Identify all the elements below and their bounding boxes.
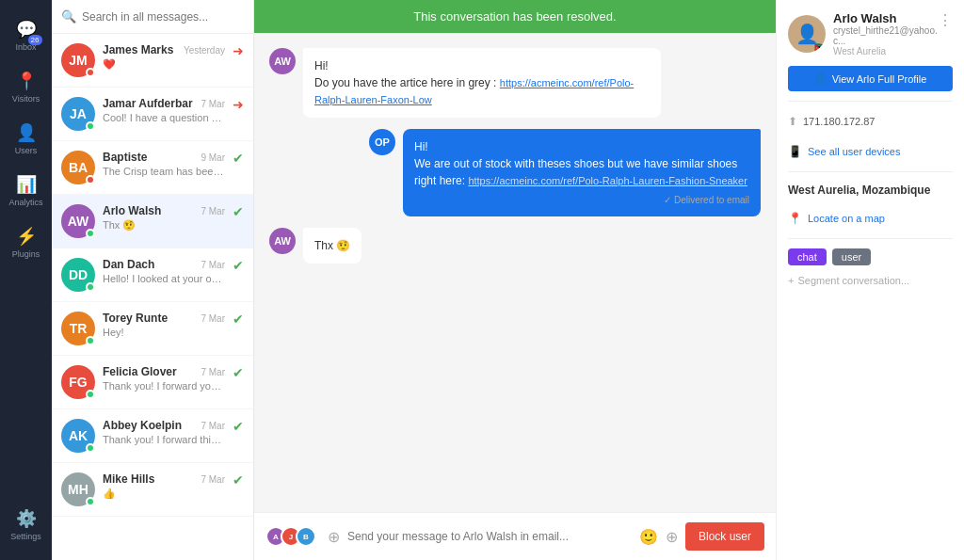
nav-label-settings: Settings xyxy=(10,532,41,541)
nav-item-users[interactable]: 👤 Users xyxy=(0,113,52,165)
avatar-status xyxy=(86,68,95,77)
check-icon: ✔ xyxy=(233,365,244,380)
check-icon: ✔ xyxy=(233,204,244,219)
conv-header: Felicia Glover 7 Mar xyxy=(103,365,225,378)
nav-label-visitors: Visitors xyxy=(12,94,40,104)
avatar: AK xyxy=(61,419,95,453)
avatar: DD xyxy=(61,258,95,292)
user-location-sub: West Aurelia xyxy=(833,46,938,56)
see-all-devices-link[interactable]: See all user devices xyxy=(808,146,900,157)
conv-date: 7 Mar xyxy=(201,206,225,216)
conv-header: Baptiste 9 Mar xyxy=(103,151,225,164)
locate-row: 📍 Locate on a map xyxy=(788,208,953,229)
user-email: crystel_hirthe21@yahoo.c... xyxy=(833,25,938,46)
conv-status-icon: ✔ xyxy=(233,204,244,219)
message-link[interactable]: https://acmeinc.com/ref/Polo-Ralph-Laure… xyxy=(468,175,747,186)
conversation-list: 🔍 JM James Marks Yesterday ❤️ ➜ JA Jamar… xyxy=(52,0,254,560)
avatar-status xyxy=(86,282,95,292)
list-item[interactable]: TR Torey Runte 7 Mar Hey! ✔ xyxy=(52,302,253,356)
devices-row: 📱 See all user devices xyxy=(788,141,953,162)
message-link[interactable]: https://acmeinc.com/ref/Polo-Ralph-Laure… xyxy=(314,77,634,105)
conv-body: Mike Hills 7 Mar 👍 xyxy=(103,472,225,500)
list-item[interactable]: BA Baptiste 9 Mar The Crisp team has bee… xyxy=(52,141,253,195)
view-profile-label: View Arlo Full Profile xyxy=(832,73,927,85)
nav-item-plugins[interactable]: ⚡ Plugins xyxy=(0,216,52,268)
conv-status-icon: ✔ xyxy=(233,151,244,166)
attach-icon[interactable]: ⊕ xyxy=(666,528,678,546)
conv-body: Arlo Walsh 7 Mar Thx 🤨 xyxy=(103,204,225,232)
footer-avatar-3: B xyxy=(296,526,316,547)
divider-3 xyxy=(788,238,953,239)
list-item[interactable]: AW Arlo Walsh 7 Mar Thx 🤨 ✔ xyxy=(52,195,253,248)
conv-body: Dan Dach 7 Mar Hello! I looked at your o… xyxy=(103,258,225,284)
conv-date: Yesterday xyxy=(184,45,225,56)
avatar-status xyxy=(86,121,95,131)
avatar: JM xyxy=(61,43,95,77)
right-panel: 👤🇲🇿 Arlo Walsh crystel_hirthe21@yahoo.c.… xyxy=(776,0,964,560)
list-item[interactable]: JM James Marks Yesterday ❤️ ➜ xyxy=(52,34,253,88)
visitors-icon: 📍 xyxy=(16,71,37,91)
list-item[interactable]: MH Mike Hills 7 Mar 👍 ✔ xyxy=(52,463,253,517)
avatar-status xyxy=(86,175,95,184)
divider-2 xyxy=(788,171,953,172)
segment-row[interactable]: + Segment conversation... xyxy=(788,275,953,286)
conv-body: Baptiste 9 Mar The Crisp team has been b… xyxy=(103,151,225,177)
settings-icon: ⚙️ xyxy=(16,508,37,529)
conv-status-icon: ✔ xyxy=(233,258,244,273)
message-avatar: AW xyxy=(269,48,296,74)
conv-preview: Hey! xyxy=(103,327,225,338)
block-user-button[interactable]: Block user xyxy=(685,522,764,551)
list-item[interactable]: DD Dan Dach 7 Mar Hello! I looked at you… xyxy=(52,248,253,302)
menu-icon[interactable]: ⋮ xyxy=(938,11,953,29)
chat-footer: A J B ⊕ 🙂 ⊕ Block user xyxy=(254,512,776,560)
tag-user[interactable]: user xyxy=(832,248,871,265)
nav-item-visitors[interactable]: 📍 Visitors xyxy=(0,61,52,113)
check-icon: ✔ xyxy=(233,258,244,273)
locate-on-map-link[interactable]: Locate on a map xyxy=(808,213,885,224)
view-profile-button[interactable]: 👤 View Arlo Full Profile xyxy=(788,66,953,91)
message-bubble: Thx 🤨 xyxy=(303,228,362,264)
conv-date: 7 Mar xyxy=(201,367,225,377)
avatar: MH xyxy=(61,472,95,506)
ip-row: ⬆ 171.180.172.87 xyxy=(788,111,953,132)
location-icon: 📍 xyxy=(788,212,802,225)
add-participants-icon[interactable]: ⊕ xyxy=(328,528,340,546)
conv-header: Jamar Aufderbar 7 Mar xyxy=(103,97,225,110)
conv-status-icon: ➜ xyxy=(233,97,244,112)
message-bubble: Hi!We are out of stock with theses shoes… xyxy=(403,129,761,216)
conv-header: Arlo Walsh 7 Mar xyxy=(103,204,225,217)
location-name: West Aurelia, Mozambique xyxy=(788,182,953,199)
avatar-status xyxy=(86,390,95,399)
arrow-icon: ➜ xyxy=(233,97,244,112)
conv-preview: Cool! I have a question Do you have the … xyxy=(103,112,225,123)
avatar-status xyxy=(86,229,95,238)
list-item[interactable]: AK Abbey Koelpin 7 Mar Thank you! I forw… xyxy=(52,409,253,463)
conv-body: James Marks Yesterday ❤️ xyxy=(103,43,225,71)
conv-preview: Hello! I looked at your order. It's seem… xyxy=(103,273,225,284)
conv-body: Abbey Koelpin 7 Mar Thank you! I forward… xyxy=(103,419,225,445)
profile-icon: 👤 xyxy=(814,72,827,85)
list-item[interactable]: FG Felicia Glover 7 Mar Thank you! I for… xyxy=(52,356,253,409)
message-row: AWHi!Do you have the artice here in grey… xyxy=(269,48,761,118)
phone-icon: 📱 xyxy=(788,145,802,158)
nav-item-analytics[interactable]: 📊 Analytics xyxy=(0,165,52,216)
list-item[interactable]: JA Jamar Aufderbar 7 Mar Cool! I have a … xyxy=(52,88,253,141)
message-row: AWThx 🤨 xyxy=(269,228,761,264)
conversation-items: JM James Marks Yesterday ❤️ ➜ JA Jamar A… xyxy=(52,34,253,517)
nav-sidebar: 💬 26 Inbox 📍 Visitors 👤 Users 📊 Analytic… xyxy=(0,0,52,560)
users-icon: 👤 xyxy=(16,122,37,143)
conv-status-icon: ✔ xyxy=(233,365,244,380)
nav-item-settings[interactable]: ⚙️ Settings xyxy=(0,499,52,551)
nav-label-analytics: Analytics xyxy=(8,198,42,207)
tag-chat[interactable]: chat xyxy=(788,248,827,265)
arrow-icon: ➜ xyxy=(233,43,244,58)
user-info: Arlo Walsh crystel_hirthe21@yahoo.c... W… xyxy=(833,11,938,56)
conv-date: 7 Mar xyxy=(201,313,225,324)
emoji-icon[interactable]: 🙂 xyxy=(639,528,658,546)
nav-label-plugins: Plugins xyxy=(12,249,40,259)
nav-item-inbox[interactable]: 💬 26 Inbox xyxy=(0,9,52,61)
search-input[interactable] xyxy=(82,10,244,24)
tags-row: chat user xyxy=(788,248,953,265)
message-input[interactable] xyxy=(347,530,632,543)
avatar: 👤🇲🇿 xyxy=(788,15,826,53)
